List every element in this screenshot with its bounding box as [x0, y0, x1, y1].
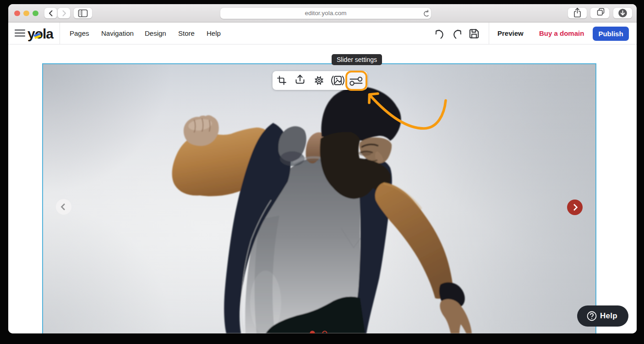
svg-text:yola: yola: [27, 26, 54, 41]
